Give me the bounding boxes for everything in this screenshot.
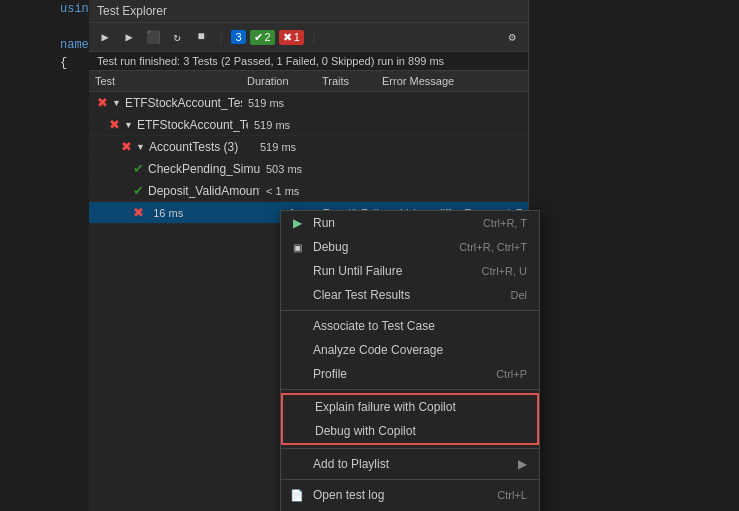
menu-shortcut-profile: Ctrl+P xyxy=(496,368,527,380)
menu-label-run-until-failure: Run Until Failure xyxy=(313,264,402,278)
menu-item-add-playlist[interactable]: Add to Playlist ▶ xyxy=(281,452,539,476)
duration-value: 519 ms xyxy=(248,97,284,109)
menu-item-associate[interactable]: Associate to Test Case xyxy=(281,314,539,338)
menu-item-analyze[interactable]: Analyze Code Coverage xyxy=(281,338,539,362)
menu-shortcut-open-log: Ctrl+L xyxy=(497,489,527,501)
expand-icon[interactable]: ▼ xyxy=(112,98,121,108)
menu-divider-4 xyxy=(281,479,539,480)
debug-button[interactable]: ⬛ xyxy=(143,27,163,47)
run-icon: ▶ xyxy=(289,215,305,231)
rerun-button[interactable]: ↻ xyxy=(167,27,187,47)
menu-item-clear-results[interactable]: Clear Test Results Del xyxy=(281,283,539,307)
test-explorer-title: Test Explorer xyxy=(89,0,528,23)
cancel-button[interactable]: ■ xyxy=(191,27,211,47)
badge-passed[interactable]: ✔ 2 xyxy=(250,30,275,45)
test-name: AccountTests (3) xyxy=(149,140,238,154)
fail-icon: ✖ xyxy=(121,139,132,154)
toolbar-separator-2: | xyxy=(310,29,318,45)
run-button[interactable]: ▶ xyxy=(119,27,139,47)
menu-item-open-log[interactable]: 📄 Open test log Ctrl+L xyxy=(281,483,539,507)
test-table-header: Test Duration Traits Error Message xyxy=(89,71,528,92)
menu-label-analyze: Analyze Code Coverage xyxy=(313,343,443,357)
menu-item-profile[interactable]: Profile Ctrl+P xyxy=(281,362,539,386)
menu-shortcut-run: Ctrl+R, T xyxy=(483,217,527,229)
menu-item-explain-copilot[interactable]: Explain failure with Copilot xyxy=(283,395,537,419)
test-explorer-toolbar: ▶ ▶ ⬛ ↻ ■ | 3 ✔ 2 ✖ 1 | ⚙ xyxy=(89,23,528,52)
settings-button[interactable]: ⚙ xyxy=(502,27,522,47)
open-log-icon: 📄 xyxy=(289,487,305,503)
fail-icon: ✖ xyxy=(133,205,144,220)
col-header-traits: Traits xyxy=(316,73,376,89)
test-row[interactable]: ✖ ▼ AccountTests (3) 519 ms xyxy=(89,136,528,158)
test-row[interactable]: ✔ Deposit_ValidAmount_Updates... < 1 ms xyxy=(89,180,528,202)
menu-label-explain-copilot: Explain failure with Copilot xyxy=(315,400,456,414)
test-name: ETFStockAccount_Tests (3) xyxy=(137,118,248,132)
badge-failed[interactable]: ✖ 1 xyxy=(279,30,304,45)
menu-label-run: Run xyxy=(313,216,335,230)
run-all-button[interactable]: ▶ xyxy=(95,27,115,47)
test-status-bar: Test run finished: 3 Tests (2 Passed, 1 … xyxy=(89,52,528,71)
duration-value: 503 ms xyxy=(266,163,302,175)
test-name: Deposit_ValidAmount_Updates... xyxy=(148,184,260,198)
duration-value: 519 ms xyxy=(260,141,296,153)
menu-item-run[interactable]: ▶ Run Ctrl+R, T xyxy=(281,211,539,235)
toolbar-separator-1: | xyxy=(217,29,225,45)
menu-label-profile: Profile xyxy=(313,367,347,381)
context-menu: ▶ Run Ctrl+R, T ▣ Debug Ctrl+R, Ctrl+T R… xyxy=(280,210,540,511)
pass-icon: ✔ xyxy=(133,161,144,176)
menu-label-add-playlist: Add to Playlist xyxy=(313,457,389,471)
badge-total[interactable]: 3 xyxy=(231,30,245,44)
menu-label-associate: Associate to Test Case xyxy=(313,319,435,333)
test-name: ETFStockAccount_Tests (3) xyxy=(125,96,242,110)
menu-label-debug-copilot: Debug with Copilot xyxy=(315,424,416,438)
expand-icon[interactable]: ▼ xyxy=(124,120,133,130)
col-header-error: Error Message xyxy=(376,73,528,89)
test-tree: ✖ ▼ ETFStockAccount_Tests (3) 519 ms ✖ ▼… xyxy=(89,92,528,224)
duration-value: < 1 ms xyxy=(266,185,299,197)
fail-icon: ✖ xyxy=(97,95,108,110)
duration-value: 16 ms xyxy=(153,207,183,219)
menu-item-debug[interactable]: ▣ Debug Ctrl+R, Ctrl+T xyxy=(281,235,539,259)
expand-icon[interactable]: ▼ xyxy=(136,142,145,152)
menu-item-run-until-failure[interactable]: Run Until Failure Ctrl+R, U xyxy=(281,259,539,283)
menu-divider-2 xyxy=(281,389,539,390)
test-row[interactable]: ✖ ▼ ETFStockAccount_Tests (3) 519 ms xyxy=(89,114,528,136)
menu-item-go-to-test[interactable]: Go To Test F12 xyxy=(281,507,539,511)
submenu-arrow-icon: ▶ xyxy=(518,457,527,471)
menu-divider-1 xyxy=(281,310,539,311)
test-row[interactable]: ✔ CheckPending_SimulatesCalcu... 503 ms xyxy=(89,158,528,180)
menu-label-open-log: Open test log xyxy=(313,488,384,502)
col-header-duration: Duration xyxy=(241,73,316,89)
col-header-test: Test xyxy=(89,73,241,89)
fail-icon: ✖ xyxy=(109,117,120,132)
menu-shortcut-run-until-failure: Ctrl+R, U xyxy=(481,265,527,277)
test-name: CheckPending_SimulatesCalcu... xyxy=(148,162,260,176)
copilot-section: Explain failure with Copilot Debug with … xyxy=(281,393,539,445)
menu-label-clear-results: Clear Test Results xyxy=(313,288,410,302)
menu-item-debug-copilot[interactable]: Debug with Copilot xyxy=(283,419,537,443)
duration-value: 519 ms xyxy=(254,119,290,131)
menu-label-debug: Debug xyxy=(313,240,348,254)
debug-icon: ▣ xyxy=(289,239,305,255)
menu-shortcut-debug: Ctrl+R, Ctrl+T xyxy=(459,241,527,253)
test-row[interactable]: ✖ ▼ ETFStockAccount_Tests (3) 519 ms xyxy=(89,92,528,114)
menu-shortcut-clear-results: Del xyxy=(510,289,527,301)
pass-icon: ✔ xyxy=(133,183,144,198)
menu-divider-3 xyxy=(281,448,539,449)
